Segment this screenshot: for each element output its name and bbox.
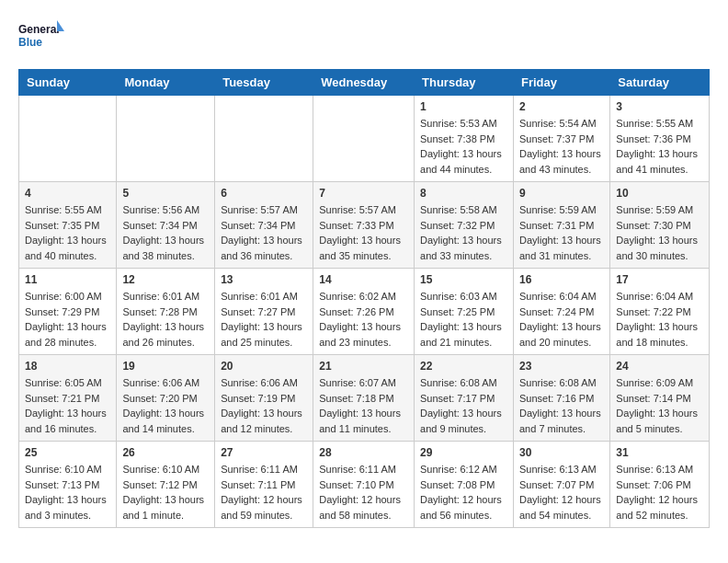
day-info: Sunrise: 5:57 AMSunset: 7:33 PMDaylight:… xyxy=(319,202,408,263)
day-info: Sunrise: 6:01 AMSunset: 7:28 PMDaylight:… xyxy=(122,289,209,350)
day-info: Sunrise: 6:09 AMSunset: 7:14 PMDaylight:… xyxy=(616,375,703,436)
logo: General Blue xyxy=(18,18,64,60)
calendar-cell: 13Sunrise: 6:01 AMSunset: 7:27 PMDayligh… xyxy=(215,269,313,355)
day-number: 10 xyxy=(616,187,703,200)
day-info: Sunrise: 6:08 AMSunset: 7:17 PMDaylight:… xyxy=(420,375,507,436)
day-number: 14 xyxy=(319,273,408,286)
day-number: 18 xyxy=(25,360,110,373)
day-number: 7 xyxy=(319,187,408,200)
calendar-week-row: 4Sunrise: 5:55 AMSunset: 7:35 PMDaylight… xyxy=(19,182,710,269)
day-info: Sunrise: 5:59 AMSunset: 7:31 PMDaylight:… xyxy=(519,202,604,263)
calendar-cell: 26Sunrise: 6:10 AMSunset: 7:12 PMDayligh… xyxy=(117,442,215,528)
day-info: Sunrise: 6:07 AMSunset: 7:18 PMDaylight:… xyxy=(319,375,408,436)
day-info: Sunrise: 6:06 AMSunset: 7:20 PMDaylight:… xyxy=(122,375,209,436)
calendar-cell xyxy=(215,96,313,182)
calendar-cell xyxy=(19,96,117,182)
day-number: 6 xyxy=(221,187,307,200)
day-info: Sunrise: 6:05 AMSunset: 7:21 PMDaylight:… xyxy=(25,375,110,436)
day-number: 22 xyxy=(420,360,507,373)
day-number: 8 xyxy=(420,187,507,200)
day-number: 29 xyxy=(420,446,507,459)
calendar-cell: 7Sunrise: 5:57 AMSunset: 7:33 PMDaylight… xyxy=(313,182,415,269)
day-info: Sunrise: 5:56 AMSunset: 7:34 PMDaylight:… xyxy=(122,202,209,263)
calendar-cell: 11Sunrise: 6:00 AMSunset: 7:29 PMDayligh… xyxy=(19,269,117,355)
calendar-cell: 27Sunrise: 6:11 AMSunset: 7:11 PMDayligh… xyxy=(215,442,313,528)
day-number: 1 xyxy=(420,100,507,113)
day-number: 3 xyxy=(616,100,703,113)
calendar-cell xyxy=(313,96,415,182)
calendar-cell: 29Sunrise: 6:12 AMSunset: 7:08 PMDayligh… xyxy=(415,442,514,528)
calendar-cell: 5Sunrise: 5:56 AMSunset: 7:34 PMDaylight… xyxy=(117,182,215,269)
day-info: Sunrise: 6:12 AMSunset: 7:08 PMDaylight:… xyxy=(420,462,507,523)
calendar-cell: 30Sunrise: 6:13 AMSunset: 7:07 PMDayligh… xyxy=(513,442,609,528)
day-info: Sunrise: 5:58 AMSunset: 7:32 PMDaylight:… xyxy=(420,202,507,263)
weekday-header-wednesday: Wednesday xyxy=(313,70,415,96)
day-number: 12 xyxy=(122,273,209,286)
day-number: 4 xyxy=(25,187,110,200)
calendar-cell: 2Sunrise: 5:54 AMSunset: 7:37 PMDaylight… xyxy=(513,96,609,182)
calendar-cell: 8Sunrise: 5:58 AMSunset: 7:32 PMDaylight… xyxy=(415,182,514,269)
weekday-header-monday: Monday xyxy=(117,70,215,96)
calendar-cell: 28Sunrise: 6:11 AMSunset: 7:10 PMDayligh… xyxy=(313,442,415,528)
calendar-cell: 18Sunrise: 6:05 AMSunset: 7:21 PMDayligh… xyxy=(19,355,117,442)
page-header: General Blue xyxy=(18,18,710,60)
day-info: Sunrise: 6:03 AMSunset: 7:25 PMDaylight:… xyxy=(420,289,507,350)
calendar-cell xyxy=(117,96,215,182)
day-info: Sunrise: 6:08 AMSunset: 7:16 PMDaylight:… xyxy=(519,375,604,436)
day-info: Sunrise: 6:11 AMSunset: 7:10 PMDaylight:… xyxy=(319,462,408,523)
calendar-cell: 31Sunrise: 6:13 AMSunset: 7:06 PMDayligh… xyxy=(610,442,710,528)
svg-text:General: General xyxy=(18,23,60,36)
day-info: Sunrise: 5:55 AMSunset: 7:35 PMDaylight:… xyxy=(25,202,110,263)
calendar-week-row: 18Sunrise: 6:05 AMSunset: 7:21 PMDayligh… xyxy=(19,355,710,442)
day-number: 16 xyxy=(519,273,604,286)
weekday-header-saturday: Saturday xyxy=(610,70,710,96)
day-number: 27 xyxy=(221,446,307,459)
day-number: 15 xyxy=(420,273,507,286)
day-info: Sunrise: 6:04 AMSunset: 7:22 PMDaylight:… xyxy=(616,289,703,350)
day-info: Sunrise: 5:55 AMSunset: 7:36 PMDaylight:… xyxy=(616,116,703,177)
calendar-cell: 21Sunrise: 6:07 AMSunset: 7:18 PMDayligh… xyxy=(313,355,415,442)
calendar-cell: 17Sunrise: 6:04 AMSunset: 7:22 PMDayligh… xyxy=(610,269,710,355)
svg-text:Blue: Blue xyxy=(18,36,42,49)
logo-svg: General Blue xyxy=(18,18,64,60)
calendar-cell: 6Sunrise: 5:57 AMSunset: 7:34 PMDaylight… xyxy=(215,182,313,269)
day-number: 21 xyxy=(319,360,408,373)
day-number: 2 xyxy=(519,100,604,113)
day-number: 5 xyxy=(122,187,209,200)
day-number: 9 xyxy=(519,187,604,200)
day-number: 17 xyxy=(616,273,703,286)
day-info: Sunrise: 6:01 AMSunset: 7:27 PMDaylight:… xyxy=(221,289,307,350)
calendar-cell: 3Sunrise: 5:55 AMSunset: 7:36 PMDaylight… xyxy=(610,96,710,182)
calendar-cell: 10Sunrise: 5:59 AMSunset: 7:30 PMDayligh… xyxy=(610,182,710,269)
day-info: Sunrise: 5:57 AMSunset: 7:34 PMDaylight:… xyxy=(221,202,307,263)
day-number: 26 xyxy=(122,446,209,459)
weekday-header-sunday: Sunday xyxy=(19,70,117,96)
calendar-cell: 16Sunrise: 6:04 AMSunset: 7:24 PMDayligh… xyxy=(513,269,609,355)
svg-marker-2 xyxy=(57,20,64,31)
day-number: 13 xyxy=(221,273,307,286)
day-info: Sunrise: 6:00 AMSunset: 7:29 PMDaylight:… xyxy=(25,289,110,350)
day-info: Sunrise: 6:02 AMSunset: 7:26 PMDaylight:… xyxy=(319,289,408,350)
day-number: 25 xyxy=(25,446,110,459)
day-number: 20 xyxy=(221,360,307,373)
day-info: Sunrise: 6:10 AMSunset: 7:13 PMDaylight:… xyxy=(25,462,110,523)
day-info: Sunrise: 5:54 AMSunset: 7:37 PMDaylight:… xyxy=(519,116,604,177)
calendar-cell: 4Sunrise: 5:55 AMSunset: 7:35 PMDaylight… xyxy=(19,182,117,269)
day-info: Sunrise: 6:11 AMSunset: 7:11 PMDaylight:… xyxy=(221,462,307,523)
calendar-cell: 14Sunrise: 6:02 AMSunset: 7:26 PMDayligh… xyxy=(313,269,415,355)
weekday-header-row: SundayMondayTuesdayWednesdayThursdayFrid… xyxy=(19,70,710,96)
calendar-week-row: 25Sunrise: 6:10 AMSunset: 7:13 PMDayligh… xyxy=(19,442,710,528)
calendar-cell: 9Sunrise: 5:59 AMSunset: 7:31 PMDaylight… xyxy=(513,182,609,269)
calendar-cell: 25Sunrise: 6:10 AMSunset: 7:13 PMDayligh… xyxy=(19,442,117,528)
weekday-header-friday: Friday xyxy=(513,70,609,96)
calendar-week-row: 11Sunrise: 6:00 AMSunset: 7:29 PMDayligh… xyxy=(19,269,710,355)
day-number: 11 xyxy=(25,273,110,286)
calendar-cell: 19Sunrise: 6:06 AMSunset: 7:20 PMDayligh… xyxy=(117,355,215,442)
day-number: 19 xyxy=(122,360,209,373)
day-info: Sunrise: 6:13 AMSunset: 7:06 PMDaylight:… xyxy=(616,462,703,523)
calendar-cell: 15Sunrise: 6:03 AMSunset: 7:25 PMDayligh… xyxy=(415,269,514,355)
weekday-header-thursday: Thursday xyxy=(415,70,514,96)
day-number: 24 xyxy=(616,360,703,373)
calendar-cell: 23Sunrise: 6:08 AMSunset: 7:16 PMDayligh… xyxy=(513,355,609,442)
day-info: Sunrise: 6:04 AMSunset: 7:24 PMDaylight:… xyxy=(519,289,604,350)
